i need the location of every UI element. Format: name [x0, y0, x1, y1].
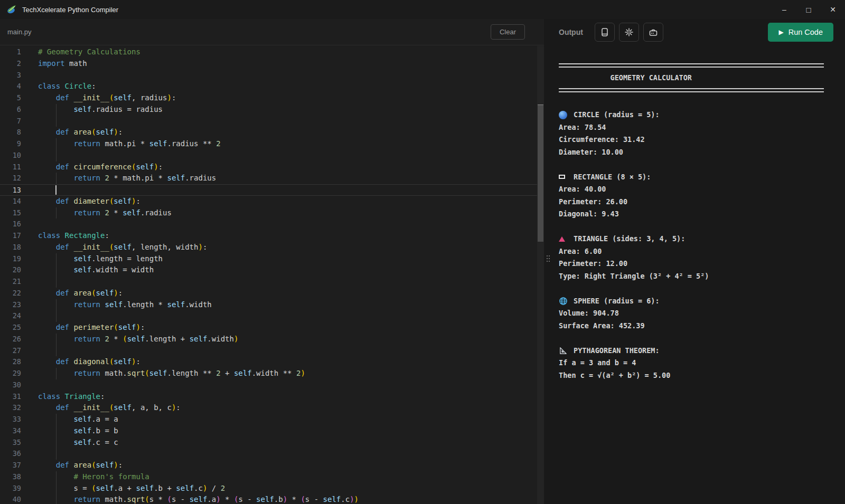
code-line[interactable]: 30	[0, 379, 544, 391]
line-number: 6	[0, 104, 21, 116]
output-line: GEOMETRY CALCULATOR	[559, 72, 845, 84]
code-line[interactable]: 40 return math.sqrt(s * (s - self.a) * (…	[0, 494, 544, 504]
output-line: CIRCLE (radius = 5):	[559, 109, 845, 121]
close-button[interactable]: ✕	[821, 0, 845, 19]
code-line[interactable]: 9 return math.pi * self.radius ** 2	[0, 138, 544, 150]
code-line[interactable]: 37 def area(self):	[0, 460, 544, 471]
line-number: 22	[0, 288, 21, 299]
line-number: 37	[0, 460, 21, 471]
code-line[interactable]: 17class Rectangle:	[0, 230, 544, 242]
output-separator	[559, 59, 845, 72]
line-number: 32	[0, 402, 21, 414]
code-editor[interactable]: 1# Geometry Calculations2import math34cl…	[0, 45, 544, 504]
line-number: 31	[0, 391, 21, 403]
title-bar: TechXcelerate Python Compiler – □ ✕	[0, 0, 845, 19]
code-lines: 1# Geometry Calculations2import math34cl…	[0, 46, 544, 504]
code-line[interactable]: 28 def diagonal(self):	[0, 356, 544, 368]
code-line[interactable]: 35 self.c = c	[0, 437, 544, 449]
code-line[interactable]: 11 def circumference(self):	[0, 161, 544, 173]
output-line: Perimeter: 26.00	[559, 196, 845, 208]
code-line[interactable]: 39 s = (self.a + self.b + self.c) / 2	[0, 483, 544, 495]
output-line	[559, 97, 845, 109]
code-line[interactable]: 10	[0, 150, 544, 161]
code-line[interactable]: 18 def __init__(self, length, width):	[0, 242, 544, 253]
code-line[interactable]: 20 self.width = width	[0, 264, 544, 276]
output-line: If a = 3 and b = 4	[559, 357, 845, 369]
output-line: Volume: 904.78	[559, 307, 845, 320]
book-icon	[600, 27, 609, 37]
output-console: GEOMETRY CALCULATORCIRCLE (radius = 5):A…	[552, 45, 845, 504]
code-line[interactable]: 12 return 2 * math.pi * self.radius	[0, 173, 544, 184]
output-line	[559, 221, 845, 233]
output-separator	[559, 84, 845, 97]
code-line[interactable]: 22 def area(self):	[0, 288, 544, 299]
code-line[interactable]: 21	[0, 276, 544, 288]
run-code-button[interactable]: ▶ Run Code	[768, 23, 833, 42]
book-button[interactable]	[595, 23, 615, 42]
line-number: 16	[0, 218, 21, 230]
editor-header: main.py Clear	[0, 19, 544, 45]
code-line[interactable]: 24	[0, 310, 544, 322]
code-line[interactable]: 5 def __init__(self, radius):	[0, 92, 544, 104]
line-number: 28	[0, 356, 21, 368]
line-number: 17	[0, 230, 21, 242]
code-line[interactable]: 26 return 2 * (self.length + self.width)	[0, 334, 544, 345]
code-line[interactable]: 1# Geometry Calculations	[0, 46, 544, 58]
sparkle-icon	[624, 27, 634, 37]
sparkle-button[interactable]	[619, 23, 639, 42]
code-line[interactable]: 4class Circle:	[0, 81, 544, 92]
code-line[interactable]: 3	[0, 70, 544, 81]
output-header: Output	[552, 19, 845, 45]
line-number: 18	[0, 242, 21, 253]
line-number: 40	[0, 494, 21, 504]
output-line: Diameter: 10.00	[559, 146, 845, 159]
code-line[interactable]: 23 return self.length * self.width	[0, 299, 544, 311]
editor-scrollbar	[537, 46, 544, 504]
code-line[interactable]: 14 def diameter(self):	[0, 196, 544, 207]
output-line: PYTHAGOREAN THEOREM:	[559, 345, 845, 357]
code-line[interactable]: 8 def area(self):	[0, 127, 544, 138]
run-code-label: Run Code	[788, 28, 823, 36]
code-line[interactable]: 31class Triangle:	[0, 391, 544, 403]
code-line[interactable]: 2import math	[0, 58, 544, 70]
sphere-icon	[559, 297, 569, 306]
code-line[interactable]: 25 def perimeter(self):	[0, 322, 544, 334]
line-number: 19	[0, 253, 21, 265]
filename-label: main.py	[7, 28, 32, 36]
circle-icon	[559, 111, 569, 119]
line-number: 27	[0, 345, 21, 357]
minimize-button[interactable]: –	[772, 0, 796, 19]
line-number: 2	[0, 58, 21, 70]
code-line[interactable]: 27	[0, 345, 544, 357]
maximize-button[interactable]: □	[796, 0, 821, 19]
code-line[interactable]: 16	[0, 218, 544, 230]
code-line[interactable]: 32 def __init__(self, a, b, c):	[0, 402, 544, 414]
window-title: TechXcelerate Python Compiler	[22, 6, 118, 14]
code-line[interactable]: 7	[0, 116, 544, 127]
output-line	[559, 158, 845, 171]
line-number: 10	[0, 150, 21, 161]
code-line[interactable]: 34 self.b = b	[0, 425, 544, 437]
line-number: 14	[0, 196, 21, 207]
code-line[interactable]: 6 self.radius = radius	[0, 104, 544, 116]
line-number: 25	[0, 322, 21, 334]
panel-resize-divider[interactable]	[544, 19, 552, 504]
code-line[interactable]: 29 return math.sqrt(self.length ** 2 + s…	[0, 368, 544, 379]
briefcase-button[interactable]	[643, 23, 663, 42]
line-number: 26	[0, 334, 21, 345]
clear-button[interactable]: Clear	[491, 24, 525, 40]
output-lines: GEOMETRY CALCULATORCIRCLE (radius = 5):A…	[559, 59, 845, 382]
code-line[interactable]: 13	[0, 184, 544, 196]
code-line[interactable]: 38 # Heron's formula	[0, 471, 544, 483]
code-line[interactable]: 33 self.a = a	[0, 414, 544, 425]
briefcase-icon	[649, 27, 658, 37]
editor-scrollbar-thumb[interactable]	[538, 104, 543, 242]
ruler-icon	[559, 346, 569, 355]
line-number: 4	[0, 81, 21, 92]
output-line: Perimeter: 12.00	[559, 258, 845, 270]
code-line[interactable]: 19 self.length = length	[0, 253, 544, 265]
code-line[interactable]: 15 return 2 * self.radius	[0, 207, 544, 219]
line-number: 3	[0, 70, 21, 81]
line-number: 20	[0, 264, 21, 276]
code-line[interactable]: 36	[0, 448, 544, 460]
